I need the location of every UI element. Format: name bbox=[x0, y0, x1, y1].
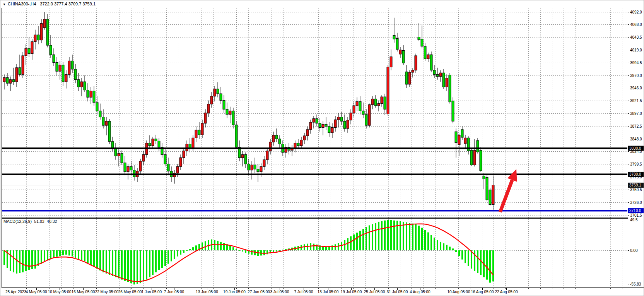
time-tick-label[interactable]: 13 Jul 05:00 bbox=[318, 290, 339, 294]
candle-body bbox=[347, 120, 349, 129]
price-tick-label: 4019.0 bbox=[630, 48, 642, 52]
macd-histogram-bar bbox=[112, 250, 113, 276]
candle-body bbox=[319, 123, 321, 128]
time-tick-label[interactable]: 7 Jun 05:00 bbox=[164, 290, 184, 294]
macd-histogram-bar bbox=[22, 250, 24, 272]
macd-histogram-bar bbox=[378, 222, 379, 250]
time-tick-label[interactable]: 22 May 05:00 bbox=[95, 290, 119, 294]
macd-histogram-bar bbox=[356, 233, 358, 250]
macd-histogram-bar bbox=[492, 250, 494, 281]
candle-body bbox=[127, 166, 129, 171]
candle-body bbox=[90, 91, 92, 97]
candle-body bbox=[96, 103, 98, 111]
macd-histogram-bar bbox=[347, 238, 348, 250]
macd-histogram-bar bbox=[418, 226, 420, 250]
candle-body bbox=[316, 119, 318, 123]
time-tick-label[interactable]: 22 Aug 05:00 bbox=[495, 290, 518, 294]
chart-window: 4092.04068.04043.54019.03994.53970.03946… bbox=[0, 0, 644, 296]
candle-body bbox=[15, 68, 18, 82]
macd-histogram-bar bbox=[372, 224, 373, 250]
candle-body bbox=[176, 166, 179, 173]
macd-histogram-bar bbox=[468, 250, 469, 266]
candle-body bbox=[149, 143, 151, 146]
candle-body bbox=[9, 80, 12, 83]
price-tick-label: 4043.5 bbox=[630, 35, 642, 39]
time-tick-label[interactable]: 1 Jun 05:00 bbox=[142, 290, 162, 294]
macd-histogram-bar bbox=[415, 224, 417, 250]
time-tick-label[interactable]: 4 May 05:00 bbox=[26, 290, 47, 294]
candle-body bbox=[77, 80, 80, 87]
candle-body bbox=[452, 101, 454, 121]
time-tick-label[interactable]: 27 Jun 05:00 bbox=[248, 290, 270, 294]
chart-canvas[interactable]: 4092.04068.04043.54019.03994.53970.03946… bbox=[0, 0, 644, 296]
candle-body bbox=[139, 161, 142, 171]
candle-body bbox=[152, 139, 154, 145]
macd-histogram-bar bbox=[353, 234, 355, 250]
candle-body bbox=[53, 55, 55, 62]
symbol-dropdown-icon[interactable]: ▼ bbox=[3, 3, 6, 6]
candle-body bbox=[248, 164, 250, 170]
time-tick-label[interactable]: 16 Aug 05:00 bbox=[471, 290, 494, 294]
candle-body bbox=[439, 73, 442, 76]
candle-body bbox=[427, 55, 429, 59]
macd-histogram-bar bbox=[387, 220, 389, 250]
candle-body bbox=[325, 124, 327, 126]
candle-body bbox=[22, 56, 24, 74]
time-tick-label[interactable]: 4 Aug 05:00 bbox=[410, 290, 430, 294]
candle-body bbox=[65, 74, 67, 82]
macd-histogram-bar bbox=[437, 240, 438, 250]
candle-body bbox=[28, 48, 30, 53]
candle-body bbox=[12, 80, 15, 82]
time-tick-label[interactable]: 3 Jul 05:00 bbox=[270, 290, 289, 294]
candle-body bbox=[220, 94, 222, 100]
time-tick-label[interactable]: 26 May 05:00 bbox=[118, 290, 142, 294]
macd-histogram-bar bbox=[375, 223, 376, 250]
time-tick-label[interactable]: 19 Jul 05:00 bbox=[341, 290, 362, 294]
candle-body bbox=[449, 75, 451, 102]
macd-histogram-bar bbox=[421, 228, 423, 250]
time-tick-label[interactable]: 25 Apr 2023 bbox=[5, 290, 26, 294]
macd-histogram-bar bbox=[127, 250, 129, 282]
candle-body bbox=[164, 154, 166, 164]
candle-body bbox=[446, 78, 448, 87]
price-tick-label: 3750.5 bbox=[630, 188, 642, 192]
macd-histogram-bar bbox=[366, 227, 367, 250]
macd-histogram-bar bbox=[186, 250, 188, 251]
macd-histogram-bar bbox=[28, 250, 30, 270]
macd-histogram-bar bbox=[72, 250, 73, 257]
candle-body bbox=[300, 140, 302, 146]
macd-histogram-bar bbox=[362, 229, 364, 250]
time-tick-label[interactable]: 10 May 05:00 bbox=[48, 290, 72, 294]
trend-arrow-head[interactable] bbox=[507, 169, 517, 182]
candle-body bbox=[62, 65, 64, 82]
time-tick-label[interactable]: 25 Jul 05:00 bbox=[364, 290, 385, 294]
macd-histogram-bar bbox=[118, 250, 120, 278]
time-tick-label[interactable]: 13 Jun 05:00 bbox=[196, 290, 218, 294]
time-tick-label[interactable]: 7 Jul 05:00 bbox=[294, 290, 313, 294]
macd-tick-label: 0.00 bbox=[630, 248, 638, 253]
candle-body bbox=[266, 151, 268, 160]
candle-body bbox=[31, 42, 33, 54]
time-tick-label[interactable]: 31 Jul 05:00 bbox=[387, 290, 408, 294]
time-tick-label[interactable]: 19 Jun 05:00 bbox=[223, 290, 246, 294]
candle-body bbox=[254, 165, 256, 169]
time-tick-label[interactable]: 16 May 05:00 bbox=[72, 290, 95, 294]
macd-histogram-bar bbox=[427, 233, 429, 250]
candle-body bbox=[489, 190, 491, 205]
macd-histogram-bar bbox=[471, 250, 472, 269]
candle-body bbox=[84, 82, 86, 90]
macd-histogram-bar bbox=[486, 250, 488, 280]
macd-histogram-bar bbox=[409, 223, 410, 250]
time-tick-label[interactable]: 10 Aug 05:00 bbox=[448, 290, 470, 294]
macd-histogram-bar bbox=[239, 250, 240, 251]
candle-body bbox=[105, 121, 108, 125]
macd-histogram-bar bbox=[115, 250, 116, 277]
macd-histogram-bar bbox=[25, 250, 27, 271]
macd-tick-label: 49.5 bbox=[630, 218, 638, 222]
candle-body bbox=[418, 37, 420, 40]
candle-body bbox=[229, 111, 231, 114]
macd-histogram-bar bbox=[3, 250, 5, 265]
price-tick-label: 4092.0 bbox=[630, 10, 642, 14]
trend-arrow-shaft[interactable] bbox=[500, 180, 512, 212]
candle-body bbox=[473, 151, 476, 165]
